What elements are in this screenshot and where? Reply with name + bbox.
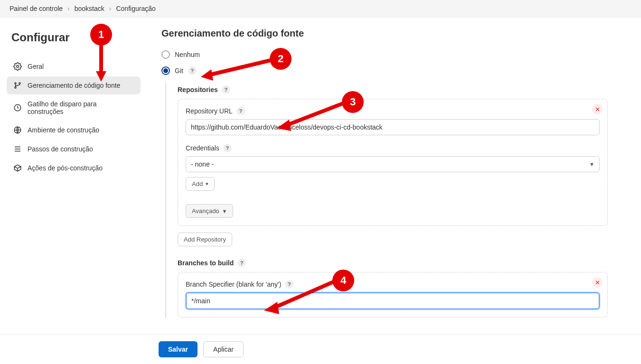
sidebar-item-label: Gerenciamento de código fonte — [28, 82, 120, 89]
sidebar-item-general[interactable]: Geral — [7, 57, 141, 75]
scm-option-git[interactable]: Git ? — [161, 66, 608, 75]
advanced-button[interactable]: Avançado ▼ — [186, 204, 233, 218]
chevron-down-icon: ▼ — [222, 208, 227, 214]
chevron-right-icon: › — [109, 5, 112, 12]
package-icon — [13, 164, 22, 172]
svg-point-3 — [19, 83, 20, 84]
branch-icon — [13, 81, 22, 90]
breadcrumb-item-project[interactable]: bookstack — [75, 5, 104, 12]
sidebar-item-label: Ambiente de construção — [28, 126, 99, 134]
branch-specifier-input[interactable] — [186, 292, 600, 309]
help-icon[interactable]: ? — [222, 85, 230, 94]
sidebar-title: Configurar — [11, 31, 136, 44]
sidebar-item-scm[interactable]: Gerenciamento de código fonte — [7, 76, 141, 94]
help-icon[interactable]: ? — [223, 144, 232, 152]
close-icon[interactable]: ✕ — [592, 104, 603, 114]
gear-icon — [13, 62, 22, 71]
repo-url-input[interactable] — [186, 119, 600, 135]
help-icon[interactable]: ? — [236, 107, 245, 115]
globe-icon — [13, 126, 22, 134]
branch-specifier-label: Branch Specifier (blank for 'any') ? — [186, 280, 600, 289]
help-icon[interactable]: ? — [285, 280, 293, 289]
sidebar-item-label: Gatilho de disparo para construções — [28, 100, 134, 115]
sidebar-item-label: Ações de pós-construção — [28, 164, 103, 172]
breadcrumb-item-dashboard[interactable]: Painel de controle — [9, 5, 63, 12]
sidebar: Configurar Geral Gerenciamento de código… — [0, 18, 147, 364]
apply-button[interactable]: Aplicar — [203, 341, 244, 357]
radio-icon[interactable] — [161, 66, 170, 75]
credentials-value: - none - — [191, 160, 214, 168]
breadcrumb-item-config[interactable]: Configuração — [116, 5, 155, 12]
breadcrumb: Painel de controle › bookstack › Configu… — [0, 0, 641, 18]
svg-point-0 — [17, 65, 19, 68]
branches-label: Branches to build ? — [178, 259, 608, 267]
clock-icon — [13, 103, 22, 112]
svg-point-2 — [15, 87, 16, 88]
credentials-select[interactable]: - none - ▼ — [186, 156, 600, 172]
repo-url-label: Repository URL ? — [186, 107, 600, 115]
chevron-down-icon: ▼ — [589, 161, 594, 167]
sidebar-item-triggers[interactable]: Gatilho de disparo para construções — [7, 95, 141, 120]
git-settings: Repositories ? ✕ Repository URL ? Creden… — [165, 83, 608, 317]
help-icon[interactable]: ? — [188, 66, 197, 75]
save-button[interactable]: Salvar — [159, 341, 198, 357]
page-heading: Gerenciamento de código fonte — [161, 28, 608, 39]
caret-down-icon: ▾ — [206, 181, 208, 187]
footer-actions: Salvar Aplicar — [0, 334, 641, 364]
main-content: Gerenciamento de código fonte Nenhum Git… — [147, 18, 622, 364]
add-repository-button[interactable]: Add Repository — [178, 233, 232, 246]
repositories-label: Repositories ? — [178, 85, 608, 94]
sidebar-item-label: Passos de construção — [28, 145, 93, 153]
sidebar-item-build-steps[interactable]: Passos de construção — [7, 140, 141, 158]
sidebar-item-post-build[interactable]: Ações de pós-construção — [7, 159, 141, 177]
radio-label: Nenhum — [175, 51, 200, 58]
help-icon[interactable]: ? — [237, 259, 246, 267]
sidebar-item-build-env[interactable]: Ambiente de construção — [7, 121, 141, 139]
scm-option-none[interactable]: Nenhum — [161, 50, 608, 59]
close-icon[interactable]: ✕ — [592, 277, 603, 288]
branch-panel: ✕ Branch Specifier (blank for 'any') ? — [178, 272, 608, 317]
repository-panel: ✕ Repository URL ? Credentials ? - none … — [178, 99, 608, 226]
svg-point-1 — [15, 83, 16, 84]
credentials-label: Credentials ? — [186, 144, 600, 152]
chevron-right-icon: › — [67, 5, 70, 12]
add-credentials-button[interactable]: Add ▾ — [186, 177, 215, 191]
steps-icon — [13, 145, 22, 153]
radio-label: Git — [175, 67, 183, 75]
sidebar-item-label: Geral — [28, 63, 44, 70]
radio-icon[interactable] — [161, 50, 170, 59]
